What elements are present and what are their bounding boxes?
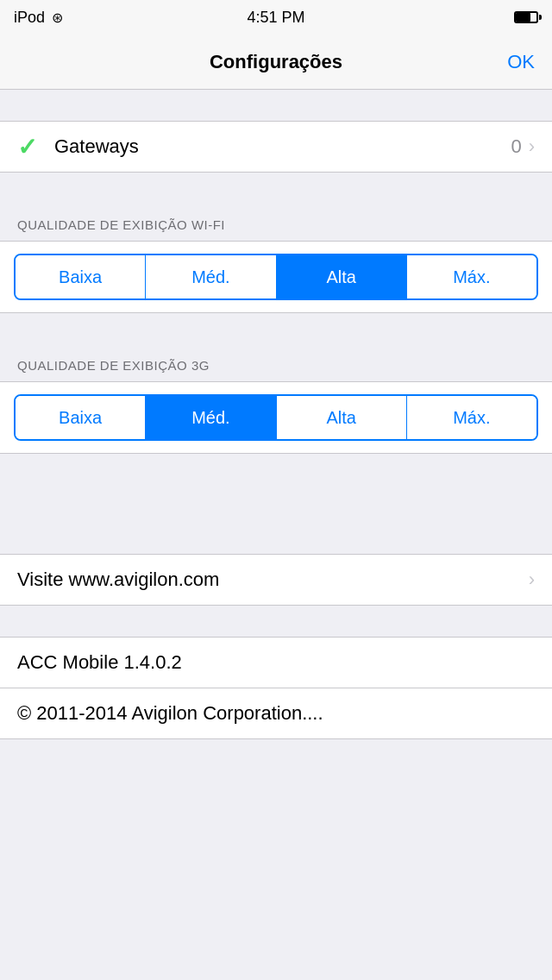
bottom-section: Visite www.avigilon.com › xyxy=(0,554,552,606)
gateways-row[interactable]: ✓ Gateways 0 › xyxy=(0,122,552,172)
wifi-quality-container: Baixa Méd. Alta Máx. xyxy=(0,241,552,313)
status-right xyxy=(514,11,538,23)
wifi-seg-alta[interactable]: Alta xyxy=(277,255,407,298)
info-section: ACC Mobile 1.4.0.2 © 2011-2014 Avigilon … xyxy=(0,637,552,739)
status-left: iPod ⊛ xyxy=(14,9,63,27)
threeg-seg-med[interactable]: Méd. xyxy=(146,396,276,439)
threeg-segmented-control: Baixa Méd. Alta Máx. xyxy=(14,394,538,441)
wifi-segmented-control: Baixa Méd. Alta Máx. xyxy=(14,254,538,300)
gateways-label: Gateways xyxy=(54,135,511,158)
wifi-seg-max[interactable]: Máx. xyxy=(407,255,536,298)
battery-icon xyxy=(514,11,538,23)
wifi-quality-header: QUALIDADE DE EXIBIÇÃO WI-FI xyxy=(0,204,552,241)
wifi-quality-section: QUALIDADE DE EXIBIÇÃO WI-FI Baixa Méd. A… xyxy=(0,204,552,313)
wifi-icon: ⊛ xyxy=(52,9,63,26)
status-bar: iPod ⊛ 4:51 PM xyxy=(0,0,552,35)
threeg-seg-max[interactable]: Máx. xyxy=(407,396,536,439)
spacer-3 xyxy=(0,454,552,523)
wifi-seg-med[interactable]: Méd. xyxy=(146,255,276,298)
gateways-chevron-icon: › xyxy=(529,135,535,158)
top-spacer xyxy=(0,90,552,121)
version-row: ACC Mobile 1.4.0.2 xyxy=(0,638,552,688)
nav-bar: Configurações OK xyxy=(0,35,552,90)
threeg-quality-section: QUALIDADE DE EXIBIÇÃO 3G Baixa Méd. Alta… xyxy=(0,344,552,454)
visit-row[interactable]: Visite www.avigilon.com › xyxy=(0,555,552,605)
threeg-seg-baixa[interactable]: Baixa xyxy=(16,396,146,439)
checkmark-icon: ✓ xyxy=(17,133,37,161)
device-label: iPod xyxy=(14,9,45,27)
spacer-1 xyxy=(0,173,552,204)
copyright-row: © 2011-2014 Avigilon Corporation.... xyxy=(0,688,552,738)
wifi-seg-baixa[interactable]: Baixa xyxy=(16,255,146,298)
threeg-seg-alta[interactable]: Alta xyxy=(277,396,407,439)
status-time: 4:51 PM xyxy=(247,9,304,27)
threeg-quality-header: QUALIDADE DE EXIBIÇÃO 3G xyxy=(0,344,552,381)
ok-button[interactable]: OK xyxy=(507,51,535,73)
threeg-quality-container: Baixa Méd. Alta Máx. xyxy=(0,381,552,454)
nav-title: Configurações xyxy=(210,51,342,73)
gateways-value: 0 xyxy=(511,135,521,158)
copyright-label: © 2011-2014 Avigilon Corporation.... xyxy=(17,688,323,738)
gateways-section: ✓ Gateways 0 › xyxy=(0,121,552,173)
visit-label: Visite www.avigilon.com xyxy=(17,555,529,605)
version-label: ACC Mobile 1.4.0.2 xyxy=(17,638,182,688)
visit-chevron-icon: › xyxy=(529,569,535,591)
spacer-2 xyxy=(0,313,552,344)
